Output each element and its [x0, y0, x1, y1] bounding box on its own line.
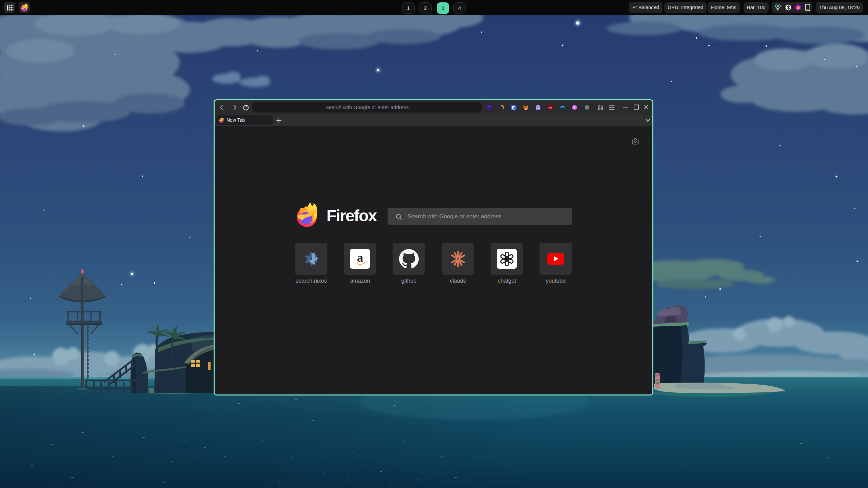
svg-text:UO: UO — [549, 106, 552, 109]
svg-text:a: a — [357, 251, 363, 264]
